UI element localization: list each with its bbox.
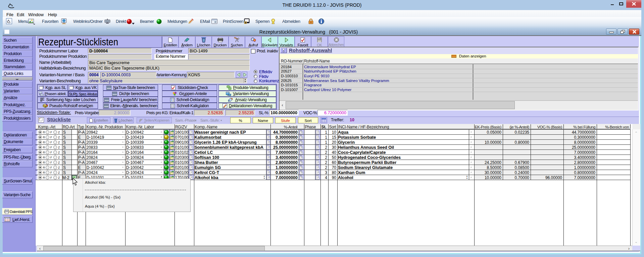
- svg-text:Z: Z: [58, 156, 60, 159]
- svg-text:?: ?: [190, 171, 192, 174]
- svg-text:?: ?: [190, 161, 192, 164]
- svg-text:F: F: [50, 176, 52, 179]
- svg-text:?: ?: [300, 151, 302, 155]
- svg-text:F: F: [50, 136, 52, 139]
- svg-text:?: ?: [190, 131, 192, 134]
- svg-text:?: ?: [190, 136, 192, 139]
- svg-text:Z: Z: [58, 141, 60, 144]
- svg-text:Z: Z: [58, 146, 60, 149]
- svg-text:Z: Z: [58, 161, 60, 164]
- svg-text:?: ?: [268, 141, 269, 144]
- svg-text:?: ?: [190, 156, 192, 159]
- svg-text:R: R: [43, 156, 45, 159]
- svg-text:?: ?: [300, 171, 302, 175]
- svg-text:R: R: [43, 171, 45, 174]
- svg-text:R: R: [43, 176, 45, 179]
- svg-text:?: ?: [300, 136, 302, 139]
- svg-text:R: R: [43, 151, 45, 154]
- svg-text:?: ?: [268, 161, 269, 164]
- svg-text:?: ?: [300, 146, 302, 149]
- svg-text:R: R: [43, 146, 45, 149]
- svg-text:R: R: [43, 161, 45, 164]
- svg-text:Z: Z: [58, 166, 60, 169]
- svg-text:?: ?: [268, 176, 269, 179]
- svg-text:?: ?: [268, 171, 269, 174]
- svg-text:F: F: [50, 131, 52, 134]
- svg-text:R: R: [43, 141, 45, 144]
- svg-text:?: ?: [268, 166, 269, 169]
- svg-text:Z: Z: [58, 171, 60, 174]
- svg-text:F: F: [50, 156, 52, 159]
- svg-text:F: F: [50, 166, 52, 169]
- svg-text:?: ?: [300, 161, 302, 165]
- svg-text:?: ?: [300, 166, 302, 170]
- svg-text:Z: Z: [58, 151, 60, 154]
- svg-text:F: F: [50, 151, 52, 154]
- svg-text:Z: Z: [58, 176, 60, 179]
- svg-text:R: R: [43, 131, 45, 134]
- svg-text:?: ?: [300, 131, 302, 134]
- svg-text:?: ?: [190, 146, 192, 149]
- svg-text:?: ?: [300, 156, 302, 160]
- svg-text:F: F: [50, 171, 52, 174]
- svg-text:?: ?: [300, 176, 302, 180]
- svg-text:?: ?: [190, 141, 192, 144]
- svg-text:F: F: [50, 141, 52, 144]
- svg-text:?: ?: [268, 156, 269, 159]
- svg-text:?: ?: [268, 146, 269, 149]
- svg-text:?: ?: [190, 166, 192, 169]
- svg-text:?: ?: [190, 151, 192, 154]
- svg-text:R: R: [43, 166, 45, 169]
- svg-text:F: F: [50, 161, 52, 164]
- svg-text:F: F: [50, 146, 52, 149]
- svg-text:R: R: [43, 136, 45, 139]
- svg-text:?: ?: [268, 136, 269, 139]
- svg-text:?: ?: [268, 131, 269, 134]
- svg-text:?: ?: [268, 151, 269, 154]
- svg-text:Z: Z: [58, 131, 60, 134]
- svg-text:?: ?: [300, 141, 302, 144]
- svg-text:Z: Z: [58, 136, 60, 139]
